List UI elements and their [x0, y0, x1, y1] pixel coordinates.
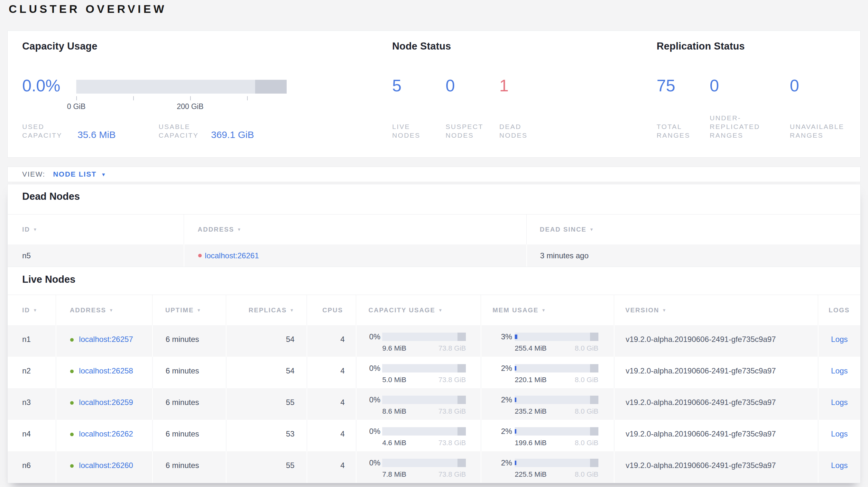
node-address-link[interactable]: localhost:26260 [79, 461, 133, 469]
node-address-cell: localhost:26262 [56, 420, 152, 451]
live-nodes-heading: Live Nodes [22, 274, 75, 285]
capacity-axis-tick [190, 96, 191, 100]
capacity-percent: 0.0% [22, 76, 60, 95]
node-id: n6 [8, 451, 56, 483]
live-column-header-uptime[interactable]: UPTIME▼ [152, 295, 226, 325]
node-logs-cell: Logs [818, 325, 860, 357]
node-address-link[interactable]: localhost:26258 [79, 366, 133, 375]
dead-column-header-address[interactable]: ADDRESS▼ [184, 215, 526, 245]
node-uptime: 6 minutes [152, 420, 226, 451]
sort-arrow-icon: ▼ [237, 227, 241, 232]
node-replicas: 54 [226, 357, 307, 388]
capacity-usage-section: Capacity Usage 0.0% 0 GiB 200 GiB USED C… [22, 31, 376, 157]
node-version: v19.2.0-alpha.20190606-2491-gfe735c9a97 [614, 388, 818, 420]
nodes-panel: Dead Nodes ID▼ ADDRESS▼ DEAD SINCE▼ n5 l… [7, 184, 861, 483]
logs-link[interactable]: Logs [831, 461, 848, 469]
node-cpus: 4 [307, 388, 356, 420]
node-capacity-usage: 0% 7.8 MiB 73.8 GiB [356, 451, 480, 483]
node-status-title: Node Status [392, 40, 451, 52]
logs-link[interactable]: Logs [831, 429, 848, 438]
unavailable-ranges-label: UNAVAILABLE RANGES [790, 122, 844, 140]
capacity-bar-track [76, 80, 287, 94]
live-nodes-count: 5 [392, 76, 445, 95]
node-id: n3 [8, 388, 56, 420]
live-node-row: n1 localhost:26257 6 minutes 54 4 0% 9.6… [8, 325, 860, 357]
view-label: VIEW: [22, 170, 45, 178]
node-capacity-usage: 0% 9.6 MiB 73.8 GiB [356, 325, 480, 357]
live-node-row: n2 localhost:26258 6 minutes 54 4 0% 5.0… [8, 357, 860, 388]
view-selector-bar: VIEW: NODE LIST ▼ [7, 167, 861, 182]
node-address-cell: localhost:26257 [56, 325, 152, 357]
usable-capacity-label: USABLE CAPACITY [159, 122, 211, 140]
logs-link[interactable]: Logs [831, 398, 848, 407]
sort-arrow-icon: ▼ [541, 308, 546, 313]
live-column-header-id[interactable]: ID▼ [8, 295, 56, 325]
capacity-axis-label: 0 GiB [67, 102, 86, 111]
node-cpus: 4 [307, 357, 356, 388]
node-mem-usage: 2% 199.6 MiB 8.0 GiB [480, 420, 614, 451]
replication-status-section: Replication Status 75 0 0 TOTAL RANGES U… [657, 31, 859, 157]
chevron-down-icon[interactable]: ▼ [101, 172, 106, 177]
node-version: v19.2.0-alpha.20190606-2491-gfe735c9a97 [614, 357, 818, 388]
node-address-link[interactable]: localhost:26262 [79, 429, 133, 438]
live-column-header-capacity-usage[interactable]: CAPACITY USAGE▼ [356, 295, 480, 325]
node-address-cell: localhost:26259 [56, 388, 152, 420]
node-capacity-usage: 0% 4.6 MiB 73.8 GiB [356, 420, 480, 451]
total-ranges-label: TOTAL RANGES [657, 122, 710, 140]
sort-arrow-icon: ▼ [589, 227, 594, 232]
dead-node-address-cell: localhost:26261 [184, 245, 526, 267]
live-column-header-replicas[interactable]: REPLICAS▼ [226, 295, 307, 325]
node-cpus: 4 [307, 451, 356, 483]
suspect-nodes-count: 0 [445, 76, 499, 95]
dead-column-header-dead-since[interactable]: DEAD SINCE▼ [526, 215, 860, 245]
capacity-mini-bar [382, 396, 466, 404]
node-uptime: 6 minutes [152, 451, 226, 483]
dead-node-address-link[interactable]: localhost:26261 [205, 251, 259, 260]
live-column-header-cpus[interactable]: CPUS [307, 295, 356, 325]
live-node-row: n4 localhost:26262 6 minutes 53 4 0% 4.6… [8, 420, 860, 451]
node-capacity-usage: 0% 8.6 MiB 73.8 GiB [356, 388, 480, 420]
node-mem-usage: 2% 225.5 MiB 8.0 GiB [480, 451, 614, 483]
dead-node-row: n5 localhost:26261 3 minutes ago [8, 245, 860, 267]
node-address-link[interactable]: localhost:26257 [79, 335, 133, 344]
node-id: n1 [8, 325, 56, 357]
live-node-row: n3 localhost:26259 6 minutes 55 4 0% 8.6… [8, 388, 860, 420]
live-node-dot-icon [70, 401, 74, 404]
live-column-header-logs: LOGS [818, 295, 860, 325]
live-column-header-version[interactable]: VERSION▼ [614, 295, 818, 325]
node-id: n4 [8, 420, 56, 451]
mem-mini-bar [515, 364, 598, 372]
live-column-header-mem-usage[interactable]: MEM USAGE▼ [480, 295, 614, 325]
node-replicas: 55 [226, 451, 307, 483]
suspect-nodes-label: SUSPECT NODES [445, 122, 499, 140]
capacity-mini-bar [382, 427, 466, 435]
sort-arrow-icon: ▼ [33, 227, 37, 232]
node-logs-cell: Logs [818, 388, 860, 420]
logs-link[interactable]: Logs [831, 366, 848, 375]
node-address-link[interactable]: localhost:26259 [79, 398, 133, 407]
under-replicated-ranges-count: 0 [710, 76, 790, 95]
dead-column-header-id[interactable]: ID▼ [8, 215, 184, 245]
dead-node-dot-icon [198, 254, 202, 257]
node-address-cell: localhost:26260 [56, 451, 152, 483]
node-mem-usage: 2% 235.2 MiB 8.0 GiB [480, 388, 614, 420]
sort-arrow-icon: ▼ [109, 308, 113, 313]
logs-link[interactable]: Logs [831, 335, 848, 344]
node-uptime: 6 minutes [152, 388, 226, 420]
usable-capacity-value: 369.1 GiB [211, 130, 254, 140]
mem-mini-bar [515, 427, 598, 435]
node-status-section: Node Status 5 0 1 LIVE NODES SUSPECT NOD… [392, 31, 630, 157]
view-dropdown[interactable]: NODE LIST [53, 170, 96, 178]
dead-nodes-table-header: ID▼ ADDRESS▼ DEAD SINCE▼ [8, 214, 860, 245]
node-mem-usage: 2% 220.1 MiB 8.0 GiB [480, 357, 614, 388]
sort-arrow-icon: ▼ [196, 308, 201, 313]
used-capacity-value: 35.6 MiB [78, 130, 159, 140]
live-node-dot-icon [70, 369, 74, 373]
capacity-axis-label: 200 GiB [177, 102, 203, 111]
replication-status-title: Replication Status [657, 40, 745, 52]
live-column-header-address[interactable]: ADDRESS▼ [56, 295, 152, 325]
node-replicas: 53 [226, 420, 307, 451]
capacity-mini-bar [382, 459, 466, 467]
dead-nodes-heading: Dead Nodes [22, 191, 80, 202]
node-logs-cell: Logs [818, 420, 860, 451]
